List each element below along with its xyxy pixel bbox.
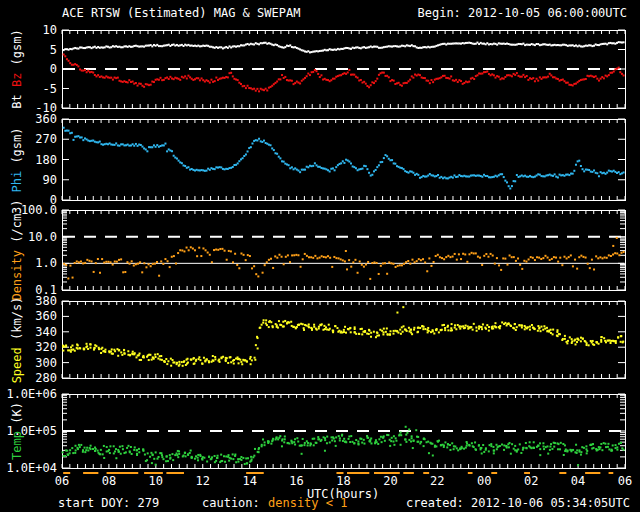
svg-text:90: 90 [43, 173, 57, 187]
svg-text:20: 20 [383, 474, 397, 488]
y-label-density: Density (/cm3) [2, 210, 32, 290]
svg-text:14: 14 [242, 474, 256, 488]
svg-text:180: 180 [35, 153, 57, 167]
svg-text:08: 08 [102, 474, 116, 488]
svg-text:18: 18 [336, 474, 350, 488]
y-label-speed: Speed (km/s) [2, 301, 32, 378]
bz-label: Bz [10, 73, 24, 87]
density-units: (/cm3) [10, 199, 24, 250]
svg-text:270: 270 [35, 132, 57, 146]
ace-rtsw-plot: 1050-5-10360270180900100.010.01.00.13803… [0, 0, 640, 512]
chart-canvas: 1050-5-10360270180900100.010.01.00.13803… [0, 0, 640, 512]
svg-text:06: 06 [55, 474, 69, 488]
temp-units: (K) [10, 402, 24, 431]
svg-text:16: 16 [289, 474, 303, 488]
svg-text:360: 360 [35, 112, 57, 126]
y-label-temp: Temp (K) [2, 394, 32, 468]
phi-units: (gsm) [10, 127, 24, 170]
speed-units: (km/s) [10, 296, 24, 347]
svg-text:-5: -5 [43, 82, 57, 96]
svg-text:10: 10 [149, 474, 163, 488]
svg-text:360: 360 [35, 309, 57, 323]
page-title: ACE RTSW (Estimated) MAG & SWEPAM [62, 6, 300, 20]
caution-value: density < 1 [268, 496, 347, 510]
svg-text:06: 06 [618, 474, 632, 488]
svg-text:5: 5 [50, 43, 57, 57]
begin-timestamp: Begin: 2012-10-05 06:00:00UTC [417, 6, 627, 20]
svg-text:1.0: 1.0 [35, 256, 57, 270]
y-label-bt-bz: Bt Bz (gsm) [2, 30, 32, 108]
svg-text:280: 280 [35, 371, 57, 385]
density-label: Density [10, 250, 24, 301]
created-timestamp: created: 2012-10-06 05:34:05UTC [406, 496, 630, 510]
phi-label: Phi [10, 170, 24, 192]
svg-text:04: 04 [571, 474, 585, 488]
start-doy-text: start DOY: 279 [58, 496, 159, 510]
svg-text:380: 380 [35, 294, 57, 308]
caution-label: caution: [202, 496, 260, 510]
svg-text:00: 00 [477, 474, 491, 488]
svg-text:320: 320 [35, 340, 57, 354]
bt-label: Bt [10, 87, 24, 109]
svg-text:22: 22 [430, 474, 444, 488]
y-label-phi: Phi (gsm) [2, 119, 32, 200]
svg-text:02: 02 [524, 474, 538, 488]
bt-bz-units: (gsm) [10, 29, 24, 72]
speed-label: Speed [10, 347, 24, 383]
svg-text:300: 300 [35, 356, 57, 370]
svg-text:340: 340 [35, 325, 57, 339]
svg-text:10: 10 [43, 23, 57, 37]
svg-text:10.0: 10.0 [28, 230, 57, 244]
temp-label: Temp [10, 431, 24, 460]
svg-text:0: 0 [50, 62, 57, 76]
svg-text:12: 12 [196, 474, 210, 488]
